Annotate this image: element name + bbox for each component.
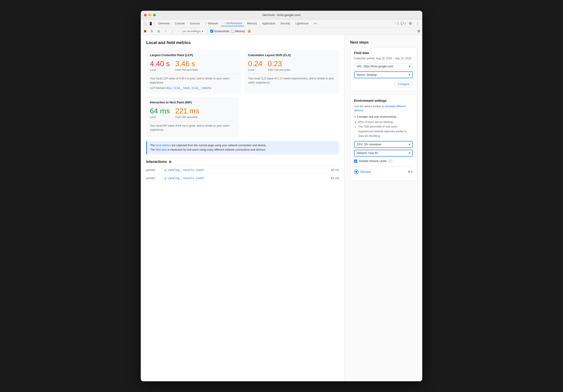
disable-cache-row: Disable network cache ? (354, 159, 413, 163)
consider-list: 82% of users are on desktop. The 75th pe… (358, 120, 413, 139)
panel-settings-icon[interactable]: ⚙ (417, 29, 421, 33)
cls-local-group: 0.24 Local (248, 60, 262, 71)
lcp-card: Largest Contentful Paint (LCP) 4.40 s Lo… (146, 50, 241, 93)
devtools-window: DevTools - fonts.google.com/ ⬚ 📱 Element… (141, 11, 422, 381)
reload-button[interactable]: ↻ (149, 29, 154, 34)
list-item: The 75th percentile of real users experi… (358, 124, 413, 138)
inp-values: 64 ms Local 221 ms Field 75th percentile (150, 107, 235, 118)
secondary-toolbar: ⏺ ↻ ⊘ ↑ ↓ (no recordings) ▾ Screenshots … (141, 28, 422, 35)
lcp-field-label: Field 75th percentile (175, 68, 198, 71)
consider-title[interactable]: Consider real user environments (354, 115, 413, 118)
cls-highlight: 0.24 (277, 77, 282, 80)
close-button[interactable] (144, 14, 147, 16)
metrics-section-title: Local and field metrics (146, 40, 339, 45)
memory-checkbox-group[interactable]: Memory (231, 30, 245, 33)
settings-button[interactable]: ⚙ (408, 21, 413, 26)
metrics-grid: Largest Contentful Paint (LCP) 4.40 s Lo… (146, 50, 339, 93)
tab-lighthouse[interactable]: Lighthouse (293, 21, 311, 26)
device-toolbar-icon[interactable]: 📱 (148, 21, 153, 26)
cls-local-value: 0.24 (248, 60, 262, 68)
cpu-dropdown[interactable]: CPU: 20× slowdown ▾ (354, 141, 413, 148)
interaction-type-1: pointer (146, 168, 165, 171)
record-icon (354, 170, 358, 174)
disable-cache-checkbox[interactable] (354, 159, 357, 163)
lcp-field-value: 3.46 s (175, 60, 198, 68)
inp-local-label: Local (150, 116, 170, 118)
interactions-table: pointer p.catalog__results-count 48 ms p… (146, 166, 339, 182)
interactions-section: Interactions ⊘ pointer p.catalog__result… (146, 160, 339, 182)
clear-button[interactable]: ⊘ (156, 29, 161, 34)
lcp-element: LCP Element div.tile__text.tile__roboto (150, 87, 237, 90)
record-shortcut: ⌘ E (408, 170, 413, 173)
network-dropdown-arrow: ▾ (409, 152, 410, 155)
network-dropdown[interactable]: Network: Fast 4G ▾ (354, 150, 413, 157)
interactions-title: Interactions ⊘ (146, 160, 339, 164)
minimize-button[interactable] (149, 14, 151, 16)
lcp-local-value: 4.40 s (150, 60, 170, 68)
device-dropdown[interactable]: Device: Desktop ▾ (354, 71, 413, 78)
table-row: pointer p.catalog__results-count 64 ms (146, 174, 339, 182)
lcp-field-group: 3.46 s Field 75th percentile (175, 60, 198, 71)
flamechart-icon[interactable]: 🔥 (247, 29, 252, 34)
import-button[interactable]: ↑ (163, 29, 168, 34)
help-icon[interactable]: ? (388, 159, 392, 163)
info-text1: The (150, 144, 155, 147)
tab-security[interactable]: Security (278, 21, 293, 26)
tab-more[interactable]: >> (311, 21, 319, 26)
screenshots-checkbox-group[interactable]: Screenshots (210, 30, 230, 33)
tab-performance[interactable]: Performance (221, 21, 244, 26)
tab-memory[interactable]: Memory (245, 21, 259, 26)
lcp-local-group: 4.40 s Local (150, 60, 170, 71)
secondary-separator-2 (207, 29, 208, 34)
inp-field-group: 221 ms Field 75th percentile (175, 107, 199, 118)
warning-badge: ⚠ 1 (395, 22, 399, 25)
interaction-time-1: 48 ms (331, 168, 339, 171)
cls-field-label: Field 75th percentile (268, 68, 290, 71)
record-button[interactable]: ⏺ (142, 29, 148, 34)
screenshots-checkbox[interactable] (210, 30, 213, 33)
configure-button[interactable]: Configure (394, 81, 413, 87)
inp-local-value: 64 ms (150, 107, 170, 115)
local-metrics-link[interactable]: local metrics (155, 144, 171, 147)
interaction-element-1[interactable]: p.catalog__results-count (165, 168, 331, 171)
tab-network[interactable]: Network (203, 21, 220, 26)
record-button[interactable]: Record (354, 170, 371, 174)
toolbar-separator (154, 21, 155, 26)
export-button[interactable]: ↓ (170, 29, 175, 34)
memory-checkbox[interactable] (231, 30, 234, 33)
field-data-card: Field data Collection period: Aug 19, 20… (350, 47, 417, 91)
environment-description: Use the device toolbar to simulate diffe… (354, 104, 413, 113)
main-toolbar: ⬚ 📱 Elements Console Sources Network Per… (141, 19, 422, 28)
tab-application[interactable]: Application (260, 21, 278, 26)
inp-title: Interaction to Next Paint (INP) (150, 101, 235, 104)
field-data-link[interactable]: field data (155, 148, 167, 151)
tab-sources[interactable]: Sources (188, 21, 202, 26)
inp-card: Interaction to Next Paint (INP) 64 ms Lo… (146, 97, 239, 137)
recordings-select[interactable]: (no recordings) ▾ (181, 29, 205, 34)
lcp-element-value[interactable]: div.tile__text.tile__roboto (167, 87, 211, 90)
tab-console[interactable]: Console (172, 21, 187, 26)
more-options-button[interactable]: ⋮ (415, 21, 421, 26)
next-steps-title: Next steps (350, 40, 417, 44)
environment-title: Environment settings (354, 99, 413, 103)
disable-cache-label: Disable network cache (359, 159, 387, 163)
left-panel: Local and field metrics Largest Contentf… (141, 35, 345, 381)
window-title: DevTools - fonts.google.com/ (262, 13, 301, 17)
cpu-dropdown-arrow: ▾ (409, 143, 410, 146)
inp-highlight: 64 ms (178, 124, 186, 127)
record-label: Record (360, 170, 371, 174)
interaction-element-2[interactable]: p.catalog__results-count (165, 177, 331, 180)
url-dropdown[interactable]: URL: https://fonts.google.com/ ▾ (354, 63, 413, 70)
inp-divider (150, 121, 235, 121)
toolbar-right: ⚠ 1 💬 2 ⚙ ⋮ (395, 21, 421, 26)
environment-card: Environment settings Use the device tool… (350, 95, 417, 181)
cls-divider (248, 74, 335, 74)
info-box: The local metrics are captured from the … (146, 141, 339, 154)
tab-elements[interactable]: Elements (156, 21, 172, 26)
main-content: Local and field metrics Largest Contentf… (141, 35, 422, 381)
info-text3: The (150, 148, 155, 151)
interactions-icon: ⊘ (169, 160, 172, 164)
maximize-button[interactable] (153, 14, 156, 16)
inspect-icon[interactable]: ⬚ (142, 21, 148, 26)
cls-local-label: Local (248, 68, 262, 71)
